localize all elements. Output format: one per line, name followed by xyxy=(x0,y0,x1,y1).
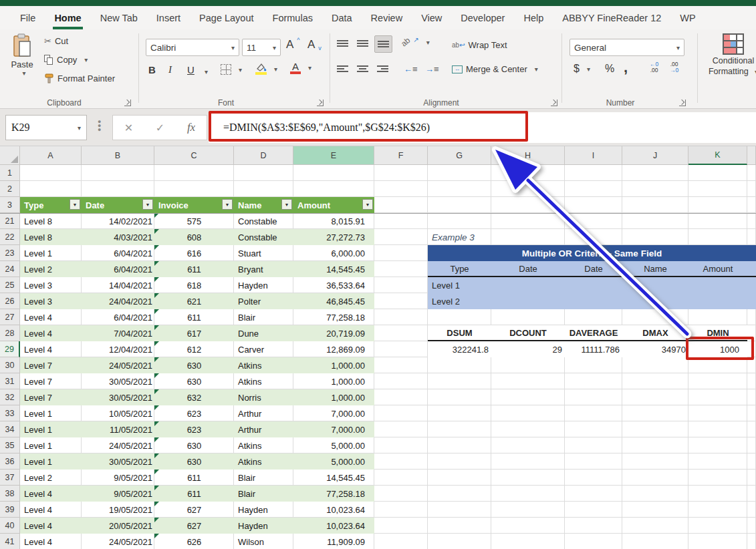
row-header-28[interactable]: 28 xyxy=(0,325,20,341)
dfunc-header-dmin[interactable]: DMIN xyxy=(688,325,747,341)
cell-I39[interactable] xyxy=(565,502,622,518)
borders-dropdown-icon[interactable]: ▾ xyxy=(239,66,242,73)
cell-G34[interactable] xyxy=(428,421,491,437)
align-bottom-button[interactable] xyxy=(374,35,392,53)
cell-J35[interactable] xyxy=(622,437,688,453)
column-header-H[interactable]: H xyxy=(491,146,565,165)
cell-K38[interactable] xyxy=(688,486,747,502)
tab-file[interactable]: File xyxy=(11,6,45,29)
column-header-J[interactable]: J xyxy=(622,146,688,165)
column-header-G[interactable]: G xyxy=(428,146,491,165)
cell-X30[interactable] xyxy=(747,357,756,373)
row-header-26[interactable]: 26 xyxy=(0,293,20,309)
row-header-37[interactable]: 37 xyxy=(0,470,20,486)
cell-J38[interactable] xyxy=(622,486,688,502)
column-header-I[interactable]: I xyxy=(565,146,622,165)
wrap-text-button[interactable]: ab↩ Wrap Text xyxy=(452,40,507,50)
criteria-header-4[interactable]: Amount xyxy=(688,261,747,277)
cell-I36[interactable] xyxy=(565,453,622,470)
cell-C2[interactable] xyxy=(154,181,234,197)
cell-D23[interactable]: Stuart xyxy=(234,245,293,261)
cell-E30[interactable]: 1,000.00 xyxy=(293,357,374,373)
cell-C25[interactable]: 618 xyxy=(154,277,234,293)
cell-C40[interactable]: 627 xyxy=(154,518,234,534)
cell-X32[interactable] xyxy=(747,389,756,405)
cell-D40[interactable]: Hayden xyxy=(234,518,293,534)
font-dialog-launcher[interactable] xyxy=(317,100,324,106)
dfunc-header-dcount[interactable]: DCOUNT xyxy=(491,325,565,341)
formula-input[interactable]: =DMIN($A$3:$E$69,"Amount",$G$24:$K$26) xyxy=(209,112,756,143)
cell-B28[interactable]: 7/04/2021 xyxy=(82,325,154,341)
cell-F26[interactable] xyxy=(374,293,428,309)
cell-H38[interactable] xyxy=(491,486,565,502)
row-header-31[interactable]: 31 xyxy=(0,373,20,389)
cell-K41[interactable] xyxy=(688,534,747,549)
cell-A2[interactable] xyxy=(20,181,82,197)
cell-D34[interactable]: Arthur xyxy=(234,421,293,437)
cell-C26[interactable]: 621 xyxy=(154,293,234,309)
bold-button[interactable]: B xyxy=(148,64,156,75)
cell-X3[interactable] xyxy=(747,197,756,213)
fill-color-button[interactable]: ▾ xyxy=(255,63,277,75)
cell-E31[interactable]: 1,000.00 xyxy=(293,373,374,389)
cell-A40[interactable]: Level 4 xyxy=(20,518,82,534)
cell-F23[interactable] xyxy=(374,245,428,261)
orientation-button[interactable]: ab ↗ ▾ xyxy=(401,37,430,47)
cell-X35[interactable] xyxy=(747,437,756,453)
cut-button[interactable]: ✂ Cut xyxy=(44,36,68,46)
cell-C34[interactable]: 623 xyxy=(154,421,234,437)
cell-D22[interactable]: Constable xyxy=(234,229,293,245)
cell-H32[interactable] xyxy=(491,389,565,405)
name-box-dropdown-icon[interactable]: ▾ xyxy=(78,124,81,132)
cell-I37[interactable] xyxy=(565,470,622,486)
cell-E22[interactable]: 27,272.73 xyxy=(293,229,374,245)
cell-K3[interactable] xyxy=(688,197,747,213)
cell-C22[interactable]: 608 xyxy=(154,229,234,245)
align-center-button[interactable] xyxy=(357,64,368,73)
cell-D29[interactable]: Carver xyxy=(234,341,293,357)
cell-B24[interactable]: 6/04/2021 xyxy=(82,261,154,277)
cell-E41[interactable]: 11,909.09 xyxy=(293,534,374,549)
cell-F3[interactable] xyxy=(374,197,428,213)
cell-D33[interactable]: Arthur xyxy=(234,405,293,421)
cell-C21[interactable]: 575 xyxy=(154,213,234,229)
cell-I38[interactable] xyxy=(565,486,622,502)
enter-icon[interactable]: ✓ xyxy=(156,122,164,134)
criteria-header-1[interactable]: Date xyxy=(491,261,565,277)
row-header-22[interactable]: 22 xyxy=(0,229,20,245)
cell-G1[interactable] xyxy=(428,165,491,181)
italic-button[interactable]: I xyxy=(168,64,172,75)
table-header-name[interactable]: Name▼ xyxy=(234,197,293,213)
criteria-header-0[interactable]: Type xyxy=(428,261,491,277)
cell-C33[interactable]: 623 xyxy=(154,405,234,421)
dfunc-value-daverage[interactable]: 11111.786 xyxy=(565,341,622,357)
filter-dropdown-icon[interactable]: ▼ xyxy=(70,199,80,210)
cell-C30[interactable]: 630 xyxy=(154,357,234,373)
decrease-indent-button[interactable]: ←≡ xyxy=(404,64,418,74)
cell-X22[interactable] xyxy=(747,229,756,245)
cell-K35[interactable] xyxy=(688,437,747,453)
cell-C38[interactable]: 611 xyxy=(154,486,234,502)
column-header-A[interactable]: A xyxy=(20,146,82,165)
cell-H41[interactable] xyxy=(491,534,565,549)
cell-J22[interactable] xyxy=(622,229,688,245)
cell-F25[interactable] xyxy=(374,277,428,293)
select-all-corner[interactable] xyxy=(0,146,20,165)
cell-I31[interactable] xyxy=(565,373,622,389)
dfunc-value-dsum[interactable]: 322241.8 xyxy=(428,341,491,357)
cell-J2[interactable] xyxy=(622,181,688,197)
criteria-value-level-2[interactable]: Level 2 xyxy=(428,293,756,309)
cell-J41[interactable] xyxy=(622,534,688,549)
cell-J39[interactable] xyxy=(622,502,688,518)
cell-B25[interactable]: 14/04/2021 xyxy=(82,277,154,293)
cell-C31[interactable]: 630 xyxy=(154,373,234,389)
cell-B21[interactable]: 14/02/2021 xyxy=(82,213,154,229)
cell-X28[interactable] xyxy=(747,325,756,341)
cell-E36[interactable]: 5,000.00 xyxy=(293,453,374,470)
row-header-1[interactable]: 1 xyxy=(0,165,20,181)
cell-C37[interactable]: 611 xyxy=(154,470,234,486)
row-header-34[interactable]: 34 xyxy=(0,421,20,437)
decrease-decimal-button[interactable]: .00→0 xyxy=(670,61,678,73)
dfunc-value-dcount[interactable]: 29 xyxy=(491,341,565,357)
cell-B27[interactable]: 6/04/2021 xyxy=(82,309,154,325)
